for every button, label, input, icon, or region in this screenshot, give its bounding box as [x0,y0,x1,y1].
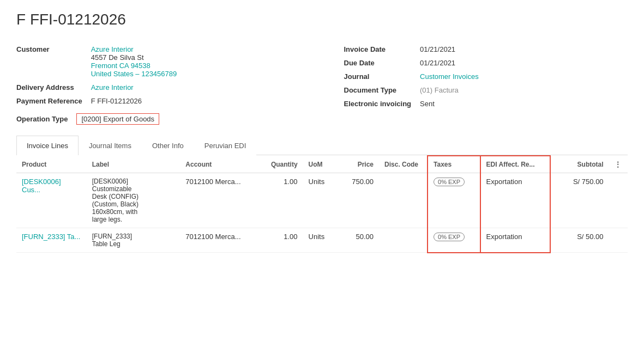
payment-ref-label: Payment Reference [16,95,91,107]
cell-disc-1 [379,173,428,228]
einvoicing-label: Electronic invoicing [344,98,420,109]
operation-type-value: [0200] Export of Goods [76,113,159,125]
doc-type-label: Document Type [344,84,420,96]
tabs-bar: Invoice Lines Journal Items Other Info P… [16,136,628,155]
col-header-label: Label [87,156,180,173]
journal-value[interactable]: Customer Invoices [420,71,479,82]
cell-qty-2: 1.00 [262,228,303,253]
operation-type-label: Operation Type [16,113,76,125]
cell-price-2: 50.00 [338,228,379,253]
invoice-date-label: Invoice Date [344,44,420,55]
doc-type-value: (01) Factura [420,84,479,96]
cell-taxes-1: 0% EXP [428,173,480,228]
cell-label-1: [DESK0006] Customizable Desk (CONFIG) (C… [87,173,180,228]
cell-product-2[interactable]: [FURN_2333] Ta... [16,228,87,253]
invoice-lines-table: Product Label Account Quantity UoM Price… [16,155,628,253]
customer-value: Azure Interior 4557 De Silva St Fremont … [91,44,177,80]
col-header-edi: EDI Affect. Re... [480,156,551,173]
customer-name[interactable]: Azure Interior [91,45,177,53]
customer-address2[interactable]: Fremont CA 94538 [91,62,177,70]
tab-journal-items[interactable]: Journal Items [79,136,142,155]
customer-address1: 4557 De Silva St [91,53,177,62]
cell-subtotal-2: S/ 50.00 [550,228,609,253]
col-header-price: Price [338,156,379,173]
col-header-product: Product [16,156,87,173]
tab-other-info[interactable]: Other Info [142,136,194,155]
col-header-subtotal: Subtotal [550,156,609,173]
cell-menu-1 [609,173,628,228]
invoice-date-value: 01/21/2021 [420,44,479,55]
journal-label: Journal [344,71,420,82]
cell-qty-1: 1.00 [262,173,303,228]
due-date-label: Due Date [344,57,420,69]
cell-product-1[interactable]: [DESK0006] Cus... [16,173,87,228]
col-header-disc: Disc. Code [379,156,428,173]
table-row: [DESK0006] Cus... [DESK0006] Customizabl… [16,173,628,228]
col-header-account: Account [180,156,262,173]
table-row: [FURN_2333] Ta... [FURN_2333] Table Leg … [16,228,628,253]
col-header-uom: UoM [303,156,338,173]
col-header-qty: Quantity [262,156,303,173]
cell-uom-1: Units [303,173,338,228]
cell-edi-2: Exportation [480,228,551,253]
einvoicing-value: Sent [420,98,479,109]
cell-account-2: 7012100 Merca... [180,228,262,253]
customer-address3[interactable]: United States – 123456789 [91,70,177,78]
cell-subtotal-1: S/ 750.00 [550,173,609,228]
cell-uom-2: Units [303,228,338,253]
due-date-value: 01/21/2021 [420,57,479,69]
payment-ref-value: F FFI-01212026 [91,95,177,107]
cell-label-2: [FURN_2333] Table Leg [87,228,180,253]
cell-menu-2 [609,228,628,253]
cell-taxes-2: 0% EXP [428,228,480,253]
customer-label: Customer [16,44,91,80]
cell-disc-2 [379,228,428,253]
cell-account-1: 7012100 Merca... [180,173,262,228]
page-title: F FFI-01212026 [16,11,628,28]
delivery-value[interactable]: Azure Interior [91,82,177,93]
col-header-taxes: Taxes [428,156,480,173]
tax-badge-2: 0% EXP [434,233,465,241]
cell-edi-1: Exportation [480,173,551,228]
delivery-label: Delivery Address [16,82,91,93]
tab-invoice-lines[interactable]: Invoice Lines [16,136,79,155]
cell-price-1: 750.00 [338,173,379,228]
col-header-menu: ⋮ [609,156,628,173]
tab-peruvian-edi[interactable]: Peruvian EDI [194,136,257,155]
tax-badge-1: 0% EXP [434,178,465,186]
